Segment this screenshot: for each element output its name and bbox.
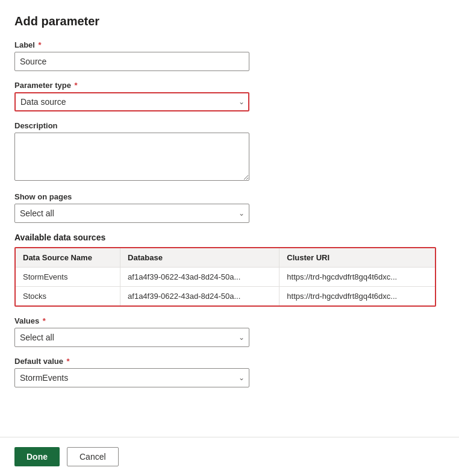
row-1-database: af1a4f39-0622-43ad-8d24-50a... [120, 268, 279, 287]
values-select-wrapper: Select all ⌄ [14, 328, 249, 347]
parameter-type-field-group: Parameter type * Data source String Numb… [14, 81, 445, 111]
default-value-text: Default value [14, 357, 63, 366]
col-header-database: Database [120, 248, 279, 268]
row-2-name: Stocks [16, 287, 120, 306]
row-2-database: af1a4f39-0622-43ad-8d24-50a... [120, 287, 279, 306]
values-required-star: * [40, 316, 46, 325]
label-input[interactable] [14, 52, 249, 71]
values-label: Values * [14, 316, 445, 325]
label-field-label: Label * [14, 40, 445, 49]
description-textarea[interactable] [14, 133, 249, 181]
table-row[interactable]: StormEvents af1a4f39-0622-43ad-8d24-50a.… [16, 268, 435, 287]
data-sources-table-wrapper: Data Source Name Database Cluster URI St… [14, 247, 436, 307]
show-on-pages-label: Show on pages [14, 192, 445, 201]
done-button[interactable]: Done [14, 447, 60, 466]
label-field-group: Label * [14, 40, 445, 71]
default-value-required-star: * [64, 357, 70, 366]
row-2-cluster-uri: https://trd-hgcdvdfrt8gq4t6dxc... [279, 287, 435, 306]
values-field-group: Values * Select all ⌄ [14, 316, 445, 347]
table-header-row: Data Source Name Database Cluster URI [16, 248, 435, 268]
table-row[interactable]: Stocks af1a4f39-0622-43ad-8d24-50a... ht… [16, 287, 435, 306]
default-value-label: Default value * [14, 357, 445, 366]
default-value-field-group: Default value * StormEvents Stocks ⌄ [14, 357, 445, 387]
label-text: Label [14, 40, 35, 49]
data-sources-table: Data Source Name Database Cluster URI St… [16, 248, 435, 305]
row-1-name: StormEvents [16, 268, 120, 287]
label-required-star: * [36, 40, 42, 49]
description-label: Description [14, 121, 445, 130]
description-field-group: Description [14, 121, 445, 183]
col-header-cluster-uri: Cluster URI [279, 248, 435, 268]
default-value-select[interactable]: StormEvents Stocks [14, 368, 249, 387]
description-text: Description [14, 121, 58, 130]
parameter-type-text: Parameter type [14, 81, 71, 90]
show-on-pages-select-wrapper: Select all ⌄ [14, 204, 249, 223]
parameter-type-label: Parameter type * [14, 81, 445, 90]
values-select[interactable]: Select all [14, 328, 249, 347]
values-text: Values [14, 316, 39, 325]
parameter-type-required-star: * [72, 81, 78, 90]
parameter-type-select-wrapper: Data source String Number Boolean ⌄ [14, 92, 249, 111]
show-on-pages-text: Show on pages [14, 192, 72, 201]
cancel-button[interactable]: Cancel [67, 447, 119, 466]
show-on-pages-field-group: Show on pages Select all ⌄ [14, 192, 445, 223]
col-header-name: Data Source Name [16, 248, 120, 268]
show-on-pages-select[interactable]: Select all [14, 204, 249, 223]
default-value-select-wrapper: StormEvents Stocks ⌄ [14, 368, 249, 387]
row-1-cluster-uri: https://trd-hgcdvdfrt8gq4t6dxc... [279, 268, 435, 287]
footer-bar: Done Cancel [0, 437, 459, 476]
available-data-sources-section: Available data sources Data Source Name … [14, 233, 445, 307]
parameter-type-select[interactable]: Data source String Number Boolean [14, 92, 249, 111]
available-data-sources-title: Available data sources [14, 233, 445, 242]
page-title: Add parameter [14, 14, 445, 28]
